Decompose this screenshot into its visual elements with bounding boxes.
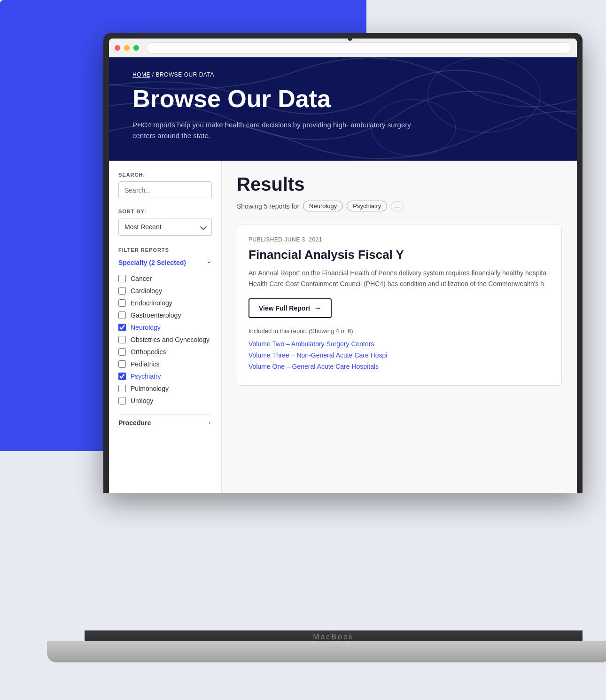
procedure-header[interactable]: Procedure xyxy=(118,414,212,431)
report-published: PUBLISHED June 3, 2021 xyxy=(249,236,550,243)
list-item[interactable]: Endocrinology xyxy=(118,297,212,309)
checkbox-endocrinology[interactable] xyxy=(118,299,126,307)
label-gastroenterology: Gastroenterology xyxy=(131,311,181,319)
list-item[interactable]: Psychiatry xyxy=(118,370,212,382)
list-item[interactable]: Pulmonology xyxy=(118,382,212,395)
list-item[interactable]: Urology xyxy=(118,395,212,407)
label-cardiology: Cardiology xyxy=(131,287,162,295)
checkbox-pediatrics[interactable] xyxy=(118,360,126,368)
browser-dot-yellow[interactable] xyxy=(124,45,130,51)
checkbox-cancer[interactable] xyxy=(118,275,126,282)
included-label: Included in this report (Showing 4 of 6)… xyxy=(249,327,550,334)
search-input[interactable] xyxy=(119,182,212,199)
page-title: Browse Our Data xyxy=(132,86,553,112)
filter-tag-more[interactable]: ... xyxy=(391,201,404,211)
sort-dropdown[interactable]: Most Recent xyxy=(118,218,212,236)
laptop-brand: MacBook xyxy=(313,633,354,641)
hero-section: .wave { fill: none; stroke: rgba(255,255… xyxy=(109,57,577,161)
webcam-dot xyxy=(348,36,352,41)
list-item[interactable]: Orthopedics xyxy=(118,346,212,358)
specialty-title: Specialty (2 Selected) xyxy=(118,259,186,266)
laptop-base xyxy=(47,641,606,662)
included-link-volume-three[interactable]: Volume Three – Non-General Acute Care Ho… xyxy=(249,351,550,359)
main-content: SEARCH: SORT BY: xyxy=(109,161,577,493)
filter-tag-psychiatry[interactable]: Psychiatry xyxy=(347,201,387,211)
specialty-header[interactable]: Specialty (2 Selected) xyxy=(118,258,212,267)
list-item[interactable]: Neurology xyxy=(118,321,212,334)
checkbox-obgyn[interactable] xyxy=(118,336,126,343)
breadcrumb-home[interactable]: HOME xyxy=(132,71,150,78)
browser-chrome xyxy=(109,39,577,57)
results-title: Results xyxy=(237,174,562,195)
hero-subtitle: PHC4 reports help you make health care d… xyxy=(132,120,414,141)
included-link-volume-two[interactable]: Volume Two – Ambulatory Surgery Centers xyxy=(249,340,550,348)
list-item[interactable]: Gastroenterology xyxy=(118,309,212,321)
website-content: .wave { fill: none; stroke: rgba(255,255… xyxy=(109,57,577,493)
filter-panel: SEARCH: SORT BY: xyxy=(109,161,222,493)
browser-dot-green[interactable] xyxy=(133,45,139,51)
label-endocrinology: Endocrinology xyxy=(131,299,172,307)
label-neurology: Neurology xyxy=(131,324,161,331)
breadcrumb-current: BROWSE OUR DATA xyxy=(156,71,214,78)
label-pulmonology: Pulmonology xyxy=(131,385,169,392)
report-description: An Annual Report on the Financial Health… xyxy=(249,268,550,289)
checkbox-cardiology[interactable] xyxy=(118,287,126,295)
laptop-frame: .wave { fill: none; stroke: rgba(255,255… xyxy=(103,33,583,493)
checkbox-urology[interactable] xyxy=(118,397,126,404)
label-psychiatry: Psychiatry xyxy=(131,373,161,380)
showing-text: Showing 5 reports for xyxy=(237,202,299,210)
report-card: PUBLISHED June 3, 2021 Financial Analysi… xyxy=(237,225,562,386)
breadcrumb: HOME / BROWSE OUR DATA xyxy=(132,71,553,78)
breadcrumb-separator: / xyxy=(152,71,154,78)
checkbox-pulmonology[interactable] xyxy=(118,385,126,392)
chevron-down-icon xyxy=(200,224,207,230)
browser-dot-red[interactable] xyxy=(115,45,120,51)
results-panel: Results Showing 5 reports for Neurology … xyxy=(222,161,577,493)
results-meta: Showing 5 reports for Neurology Psychiat… xyxy=(237,201,562,211)
scene: .wave { fill: none; stroke: rgba(255,255… xyxy=(0,0,606,700)
procedure-chevron-icon xyxy=(207,419,212,427)
filter-reports-label: FILTER REPORTS xyxy=(118,247,212,253)
label-pediatrics: Pediatrics xyxy=(131,360,159,368)
report-title: Financial Analysis Fiscal Y xyxy=(249,248,550,262)
view-report-label: View Full Report xyxy=(259,304,310,312)
list-item[interactable]: Pediatrics xyxy=(118,358,212,370)
specialty-checkbox-list: Cancer Cardiology Endocrinology xyxy=(118,272,212,407)
checkbox-gastroenterology[interactable] xyxy=(118,311,126,319)
specialty-chevron-icon xyxy=(206,258,212,267)
label-orthopedics: Orthopedics xyxy=(131,348,166,356)
label-obgyn: Obstetrics and Gynecology xyxy=(131,336,210,343)
list-item[interactable]: Cancer xyxy=(118,272,212,285)
search-box xyxy=(118,181,212,199)
label-urology: Urology xyxy=(131,397,153,404)
label-cancer: Cancer xyxy=(131,275,152,282)
laptop-screen: .wave { fill: none; stroke: rgba(255,255… xyxy=(109,39,577,493)
checkbox-psychiatry[interactable] xyxy=(118,373,126,380)
list-item[interactable]: Cardiology xyxy=(118,285,212,297)
sort-label: SORT BY: xyxy=(118,209,212,214)
list-item[interactable]: Obstetrics and Gynecology xyxy=(118,334,212,346)
included-link-volume-one[interactable]: Volume One – General Acute Care Hospital… xyxy=(249,363,550,370)
filter-tag-neurology[interactable]: Neurology xyxy=(303,201,343,211)
arrow-right-icon: → xyxy=(314,304,321,312)
browser-url-bar[interactable] xyxy=(147,42,571,54)
view-full-report-button[interactable]: View Full Report → xyxy=(249,298,332,318)
search-label: SEARCH: xyxy=(118,172,212,178)
sort-value: Most Recent xyxy=(124,223,162,231)
checkbox-neurology[interactable] xyxy=(118,324,126,331)
checkbox-orthopedics[interactable] xyxy=(118,348,126,356)
procedure-title: Procedure xyxy=(118,419,151,427)
